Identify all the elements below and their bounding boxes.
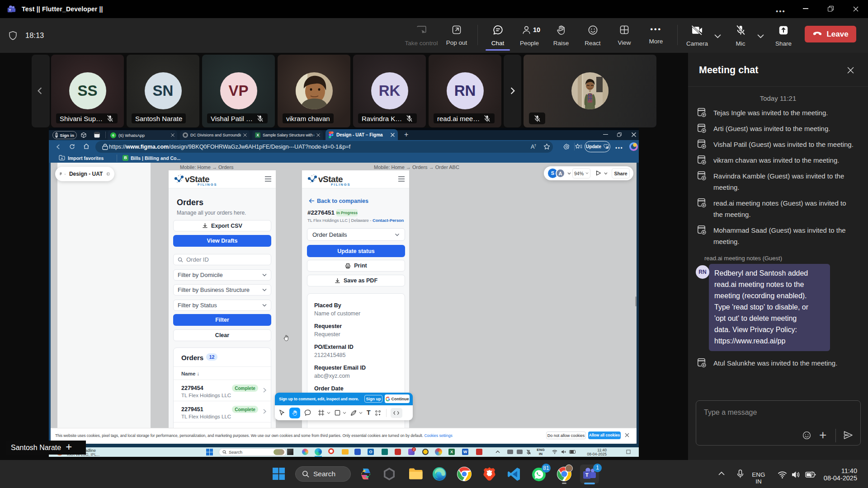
svg-text:T: T	[9, 8, 11, 12]
svg-text:T: T	[585, 472, 589, 478]
